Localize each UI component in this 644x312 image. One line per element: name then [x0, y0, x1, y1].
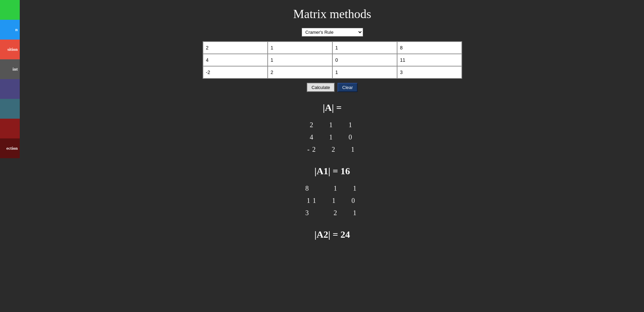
result-det-a1-value: 16 [341, 166, 350, 176]
sidebar-btn-red[interactable]: sition [0, 40, 20, 59]
method-dropdown[interactable]: Cramer's Rule Gaussian Elimination LU De… [302, 28, 363, 36]
result-det-a-section: |A| = 2 1 1 4 1 0 -2 2 1 [307, 102, 357, 155]
sidebar-btn-darkmaroon[interactable]: ection [0, 138, 20, 158]
sidebar-btn-purple[interactable] [0, 79, 20, 99]
buttons-row: Calculate Clear [307, 83, 358, 92]
result-det-a1-label: |A1| = 16 [314, 166, 350, 177]
sidebar-btn-gray[interactable]: int [0, 59, 20, 79]
clear-button[interactable]: Clear [337, 83, 358, 92]
matrix-cell-1-1[interactable] [268, 54, 332, 66]
calculate-button[interactable]: Calculate [307, 83, 335, 92]
matrix-cell-0-3[interactable] [397, 42, 462, 54]
det-a-row-3: -2 2 1 [307, 143, 357, 155]
sidebar-btn-blue-label: n [15, 27, 18, 32]
det-a1-row-3: 3 2 1 [305, 207, 359, 219]
matrix-cell-1-3[interactable] [397, 54, 462, 66]
result-det-a-bold: A [325, 102, 332, 113]
matrix-cell-2-3[interactable] [397, 66, 462, 78]
result-det-a2-section: |A2| = 24 [314, 229, 350, 246]
result-det-a2-label: |A2| = 24 [314, 229, 350, 240]
result-det-a2-value: 24 [341, 229, 350, 240]
page-title: Matrix methods [293, 7, 371, 21]
result-det-a-label: |A| = [323, 102, 342, 113]
det-a-row-2: 4 1 0 [307, 131, 357, 143]
det-a1-row-1: 8 1 1 [305, 182, 359, 194]
sidebar-btn-teal[interactable] [0, 99, 20, 119]
main-content: Matrix methods Cramer's Rule Gaussian El… [20, 0, 644, 263]
sidebar-btn-blue[interactable]: n [0, 20, 20, 40]
result-det-a-matrix: 2 1 1 4 1 0 -2 2 1 [307, 119, 357, 155]
sidebar-btn-maroon-label: ection [6, 146, 18, 151]
matrix-cell-1-2[interactable] [332, 54, 397, 66]
matrix-cell-2-0[interactable] [203, 66, 268, 78]
matrix-cell-2-1[interactable] [268, 66, 332, 78]
sidebar-btn-green[interactable] [0, 0, 20, 20]
matrix-cell-0-2[interactable] [332, 42, 397, 54]
det-a1-row-2: 11 1 0 [305, 194, 359, 207]
sidebar-btn-red-label: sition [7, 47, 18, 52]
matrix-cell-0-0[interactable] [203, 42, 268, 54]
det-a-row-1: 2 1 1 [307, 119, 357, 131]
result-det-a1-matrix: 8 1 1 11 1 0 3 2 1 [305, 182, 359, 219]
matrix-cell-2-2[interactable] [332, 66, 397, 78]
matrix-cell-0-1[interactable] [268, 42, 332, 54]
sidebar-btn-darkred[interactable] [0, 119, 20, 138]
sidebar-btn-gray-label: int [13, 66, 18, 72]
matrix-input-grid [203, 41, 462, 79]
results-area: |A| = 2 1 1 4 1 0 -2 2 1 |A1| = 16 8 1 1… [27, 102, 637, 256]
matrix-cell-1-0[interactable] [203, 54, 268, 66]
sidebar: n sition int ection [0, 0, 20, 312]
result-det-a1-section: |A1| = 16 8 1 1 11 1 0 3 2 1 [305, 166, 359, 219]
